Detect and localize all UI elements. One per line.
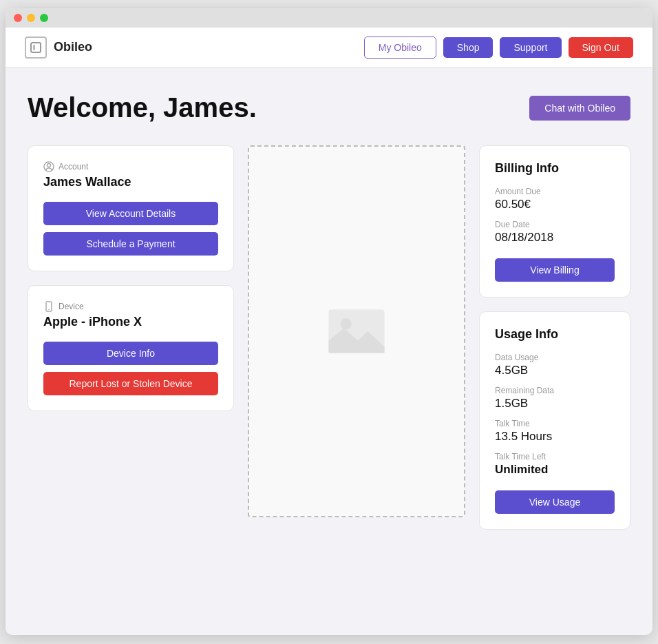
device-card-buttons: Device Info Report Lost or Stolen Device xyxy=(43,342,218,395)
data-usage-field: Data Usage 4.5GB xyxy=(495,353,615,377)
chat-with-obileo-button[interactable]: Chat with Obileo xyxy=(529,96,630,121)
usage-info-title: Usage Info xyxy=(495,327,615,342)
amount-due-value: 60.50€ xyxy=(495,198,615,211)
account-label: Account xyxy=(43,161,218,172)
amount-due-field: Amount Due 60.50€ xyxy=(495,187,615,211)
account-card: Account James Wallace View Account Detai… xyxy=(28,145,234,271)
header-row: Welcome, James. Chat with Obileo xyxy=(28,92,630,123)
nav-buttons: My Obileo Shop Support Sign Out xyxy=(364,37,633,59)
remaining-data-value: 1.5GB xyxy=(495,397,615,411)
svg-rect-1 xyxy=(33,45,35,50)
svg-rect-0 xyxy=(31,43,41,52)
device-label: Device xyxy=(43,301,218,312)
titlebar xyxy=(6,8,652,28)
talk-time-field: Talk Time 13.5 Hours xyxy=(495,419,615,444)
logo-text: Obileo xyxy=(54,40,92,54)
navbar: Obileo My Obileo Shop Support Sign Out xyxy=(6,28,652,67)
minimize-dot[interactable] xyxy=(27,14,35,22)
talk-time-left-value: Unlimited xyxy=(495,463,615,477)
app-window: Obileo My Obileo Shop Support Sign Out W… xyxy=(6,8,652,635)
account-name: James Wallace xyxy=(43,175,218,189)
main-content: Welcome, James. Chat with Obileo Account xyxy=(6,67,652,552)
svg-point-3 xyxy=(47,164,51,167)
support-button[interactable]: Support xyxy=(500,37,561,58)
maximize-dot[interactable] xyxy=(40,14,48,22)
svg-point-7 xyxy=(341,318,352,329)
remaining-data-field: Remaining Data 1.5GB xyxy=(495,386,615,411)
placeholder-image-icon xyxy=(326,307,388,356)
report-lost-button[interactable]: Report Lost or Stolen Device xyxy=(43,372,218,395)
logo-icon xyxy=(25,37,47,59)
my-obileo-button[interactable]: My Obileo xyxy=(364,37,436,59)
right-column: Billing Info Amount Due 60.50€ Due Date … xyxy=(479,145,630,530)
amount-due-label: Amount Due xyxy=(495,187,615,196)
svg-point-5 xyxy=(48,309,50,311)
talk-time-label: Talk Time xyxy=(495,419,615,428)
logo-svg xyxy=(30,41,42,54)
data-usage-label: Data Usage xyxy=(495,353,615,362)
due-date-label: Due Date xyxy=(495,220,615,229)
image-placeholder xyxy=(248,145,465,517)
talk-time-left-label: Talk Time Left xyxy=(495,452,615,461)
schedule-payment-button[interactable]: Schedule a Payment xyxy=(43,232,218,256)
account-card-buttons: View Account Details Schedule a Payment xyxy=(43,202,218,256)
talk-time-value: 13.5 Hours xyxy=(495,430,615,444)
device-card: Device Apple - iPhone X Device Info Repo… xyxy=(28,285,234,411)
close-dot[interactable] xyxy=(14,14,22,22)
left-column: Account James Wallace View Account Detai… xyxy=(28,145,234,411)
due-date-field: Due Date 08/18/2018 xyxy=(495,220,615,245)
device-info-button[interactable]: Device Info xyxy=(43,342,218,365)
due-date-value: 08/18/2018 xyxy=(495,231,615,245)
account-icon xyxy=(43,161,54,172)
view-account-details-button[interactable]: View Account Details xyxy=(43,202,218,225)
remaining-data-label: Remaining Data xyxy=(495,386,615,395)
usage-info-card: Usage Info Data Usage 4.5GB Remaining Da… xyxy=(479,311,630,530)
logo: Obileo xyxy=(25,37,92,59)
content-grid: Account James Wallace View Account Detai… xyxy=(28,145,630,530)
welcome-title: Welcome, James. xyxy=(28,92,257,123)
view-billing-button[interactable]: View Billing xyxy=(495,258,615,282)
talk-time-left-field: Talk Time Left Unlimited xyxy=(495,452,615,477)
device-name: Apple - iPhone X xyxy=(43,315,218,329)
shop-button[interactable]: Shop xyxy=(443,37,494,58)
sign-out-button[interactable]: Sign Out xyxy=(569,37,633,58)
billing-info-title: Billing Info xyxy=(495,161,615,176)
data-usage-value: 4.5GB xyxy=(495,364,615,377)
billing-info-card: Billing Info Amount Due 60.50€ Due Date … xyxy=(479,145,630,298)
device-icon xyxy=(43,301,54,312)
view-usage-button[interactable]: View Usage xyxy=(495,490,615,514)
